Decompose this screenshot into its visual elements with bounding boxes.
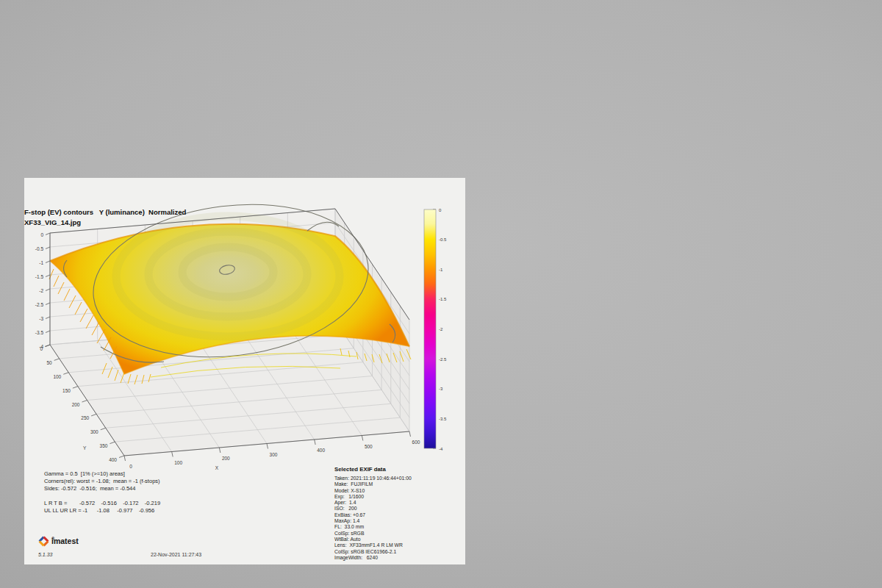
surface [50,224,409,374]
version-label: 5.1.33 [38,552,52,557]
stats-line: Gamma = 0.5 [1% (>=10) areas] [44,470,160,478]
svg-text:X: X [215,465,219,470]
grid [50,209,409,456]
exif-lines: Taken: 2021:11:19 10:46:44+01:00Make: FU… [334,476,463,561]
svg-text:-1: -1 [39,260,43,265]
exif-line: Model: X-S10 [334,488,463,494]
exif-line: Exp: 1/1600 [334,494,463,500]
right-wall [335,209,409,431]
svg-text:600: 600 [412,440,420,445]
exif-line: Aper: 1.4 [334,500,463,506]
svg-text:0: 0 [40,232,43,237]
svg-text:-2: -2 [39,288,43,293]
svg-text:0: 0 [439,208,442,212]
exif-line: MaxAp: 1.4 [334,518,463,524]
svg-text:350: 350 [100,443,108,448]
svg-text:-0.5: -0.5 [35,246,44,251]
svg-text:-1: -1 [439,268,443,272]
svg-text:250: 250 [81,415,89,420]
svg-text:-1.5: -1.5 [439,297,447,301]
exif-line: ColSp: sRGB IEC61966-2.1 [334,549,463,555]
stats-line: UL LL UR LR = -1 -1.08 -0.977 -0.956 [44,507,160,514]
exif-line: ColSp: sRGB [334,531,463,537]
floor [50,320,409,456]
vignetting-stats: Gamma = 0.5 [1% (>=10) areas]Corners(rel… [44,470,160,514]
svg-text:200: 200 [222,456,230,461]
exif-line: ExBias: +0.67 [334,512,463,518]
exif-line: FL: 33.0 mm [334,524,463,530]
svg-text:-2.5: -2.5 [439,357,447,362]
exif-panel: Selected EXIF data Taken: 2021:11:19 10:… [334,466,463,561]
svg-text:300: 300 [270,452,278,457]
tick-marks [45,209,436,461]
svg-text:400: 400 [109,457,117,462]
exif-line: Taken: 2021:11:19 10:46:44+01:00 [334,476,463,481]
stats-line: L R T B = -0.572 -0.516 -0.172 -0.219 [44,500,160,507]
svg-text:-2: -2 [439,327,443,331]
svg-text:-3.5: -3.5 [35,330,44,335]
corner-fringe [340,348,411,363]
svg-text:150: 150 [62,388,71,393]
imatest-logo-icon [38,536,49,547]
svg-text:-3.5: -3.5 [439,417,447,421]
svg-text:Y: Y [83,445,87,451]
stats-line [44,492,160,500]
svg-text:-1.5: -1.5 [35,274,44,279]
exif-line: WtBal: Auto [334,537,463,542]
stats-line: Sides: -0.572 -0.516; mean = -0.544 [44,485,160,492]
svg-text:-2.5: -2.5 [35,302,44,307]
exif-line: Make: FUJIFILM [334,481,463,487]
axis-lines [50,209,409,456]
svg-text:-3: -3 [439,387,443,391]
exif-heading: Selected EXIF data [334,466,463,473]
svg-text:50: 50 [46,360,52,365]
exif-line: ImageWidth: 6240 [334,555,463,561]
corner-fringe [102,363,151,384]
exif-line: Lens: XF33mmF1.4 R LM WR [334,542,463,548]
chart-title-line2: XF33_VIG_14.jpg [24,218,81,228]
svg-text:-0.5: -0.5 [439,237,447,242]
chart-title: F-stop (EV) contours Y (luminance) Norma… [24,187,436,228]
render-timestamp: 22-Nov-2021 11:27:43 [151,552,201,557]
svg-text:400: 400 [317,448,325,453]
chart-title-line1: F-stop (EV) contours Y (luminance) Norma… [24,207,186,218]
back-wall [50,209,335,345]
svg-text:-4: -4 [439,447,443,451]
stats-line: Corners(rel): worst = -1.08; mean = -1 (… [44,478,160,485]
colorbar [424,209,436,448]
corner-fringe [49,269,117,359]
svg-text:100: 100 [174,460,182,465]
svg-text:0: 0 [40,346,43,351]
imatest-figure-window: 0-0.5-1-1.5-2-2.5-3-3.5-4050100150200250… [24,178,465,564]
svg-text:-3: -3 [39,316,43,321]
svg-text:100: 100 [53,374,61,379]
svg-text:200: 200 [72,402,80,407]
tick-labels: 0-0.5-1-1.5-2-2.5-3-3.5-4050100150200250… [35,208,447,471]
registered-mark: ® [51,537,54,541]
svg-text:300: 300 [90,429,98,434]
svg-text:0: 0 [129,464,132,469]
svg-text:500: 500 [365,444,373,449]
exif-line: ISO: 200 [334,506,463,512]
desktop-background: 0-0.5-1-1.5-2-2.5-3-3.5-4050100150200250… [0,0,882,588]
svg-text:-4: -4 [39,344,43,349]
